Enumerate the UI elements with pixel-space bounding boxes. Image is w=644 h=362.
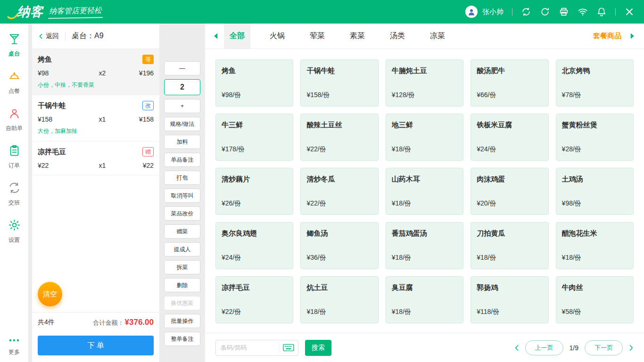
chevron-right-icon[interactable] — [629, 345, 634, 351]
menu-item-card[interactable]: 地三鲜 ¥18/份 — [386, 114, 463, 161]
menu-item-card[interactable]: 炕土豆 ¥18/份 — [300, 276, 378, 323]
menu-item-card[interactable]: 奥尔良鸡翅 ¥24/份 — [215, 222, 293, 269]
menu-item-card[interactable]: 牛肉丝 ¥58/份 — [556, 276, 634, 323]
tab-scroll-right-button[interactable] — [628, 31, 637, 41]
menu-item-card[interactable]: 肉沫鸡蛋 ¥20/份 — [471, 168, 548, 215]
keyboard-icon[interactable] — [279, 344, 294, 352]
action-button[interactable]: 加料 — [164, 135, 200, 149]
action-button[interactable]: 提成人 — [164, 242, 200, 256]
sidebar-item-order-food[interactable]: 点餐 — [0, 64, 28, 101]
menu-item-name: 酸汤肥牛 — [477, 66, 542, 75]
brand-slogan: 纳客管店更轻松 — [48, 5, 103, 18]
menu-item-card[interactable]: 醋泡花生米 ¥18/份 — [556, 222, 634, 269]
menu-item-card[interactable]: 郭扬鸡 ¥118/份 — [471, 276, 548, 323]
action-button[interactable]: 单品备注 — [164, 153, 200, 167]
quantity-display[interactable]: 2 — [164, 79, 200, 95]
menu-item-price: ¥158/份 — [306, 91, 372, 99]
menu-item-name: 干锅牛蛙 — [306, 66, 372, 75]
menu-item-card[interactable]: 烤鱼 ¥98/份 — [215, 59, 293, 107]
sidebar-item-label: 订单 — [8, 162, 20, 170]
prev-page-button[interactable]: 上一页 — [525, 340, 563, 355]
increase-qty-button[interactable]: + — [164, 99, 200, 113]
menu-item-name: 醋泡花生米 — [562, 229, 627, 238]
action-button[interactable]: 批量操作 — [164, 314, 200, 328]
menu-item-price: ¥22/份 — [306, 199, 372, 208]
category-tab[interactable]: 凉菜 — [424, 24, 451, 49]
clear-button[interactable]: 清空 — [38, 282, 62, 306]
action-button[interactable]: 拆菜 — [164, 260, 200, 274]
item-total: ¥196 — [124, 69, 154, 77]
action-button[interactable]: 菜品改价 — [164, 206, 200, 221]
menu-item-card[interactable]: 牛三鲜 ¥178/份 — [215, 114, 293, 161]
place-order-button[interactable]: 下单 — [38, 336, 154, 355]
sidebar-more-button[interactable]: 更多 — [8, 332, 20, 362]
menu-item-name: 牛肉丝 — [562, 283, 627, 292]
username: 张小帅 — [482, 8, 504, 16]
topbar-divider — [615, 8, 616, 16]
action-button[interactable]: 取消等叫 — [164, 189, 200, 203]
menu-item-card[interactable]: 干锅牛蛙 ¥158/份 — [300, 59, 378, 107]
action-button[interactable]: 规格/做法 — [164, 117, 200, 131]
search-button[interactable]: 搜索 — [305, 340, 331, 356]
menu-item-card[interactable]: 清炒冬瓜 ¥22/份 — [300, 168, 378, 215]
avatar[interactable] — [465, 6, 478, 18]
bell-icon[interactable] — [596, 7, 607, 17]
order-item[interactable]: 凉拌毛豆 赠 ¥22 x1 ¥22 — [32, 141, 159, 175]
category-bar: 全部火锅荤菜素菜汤类凉菜 套餐商品 — [205, 24, 644, 49]
menu-item-card[interactable]: 山药木耳 ¥18/份 — [386, 168, 463, 215]
sidebar-item-shift[interactable]: 交班 — [0, 175, 28, 213]
action-button[interactable]: 整单备注 — [164, 332, 200, 346]
menu-item-card[interactable]: 蟹黄粉丝煲 ¥28/份 — [556, 114, 634, 161]
items-count: 共4件 — [38, 318, 55, 327]
action-button[interactable]: 删除 — [164, 278, 200, 292]
menu-item-name: 番茄鸡蛋汤 — [392, 229, 457, 238]
menu-item-card[interactable]: 牛腩炖土豆 ¥128/份 — [386, 59, 463, 107]
menu-item-card[interactable]: 北京烤鸭 ¥78/份 — [556, 59, 634, 107]
combo-products-link[interactable]: 套餐商品 — [593, 32, 621, 41]
action-button[interactable]: 打包 — [164, 171, 200, 185]
action-button[interactable]: 赠菜 — [164, 224, 200, 239]
menu-item-price: ¥178/份 — [222, 145, 287, 154]
menu-item-card[interactable]: 番茄鸡蛋汤 ¥18/份 — [386, 222, 463, 269]
sidebar-item-orders[interactable]: 订单 — [0, 138, 28, 175]
order-panel: 返回 桌台：A9 烤鱼 等 ¥98 x2 ¥196 小份，中辣，不要香菜 — [32, 24, 159, 362]
menu-item-price: ¥118/份 — [477, 308, 542, 316]
menu-item-card[interactable]: 酸汤肥牛 ¥66/份 — [471, 59, 548, 107]
menu-item-name: 刀拍黄瓜 — [477, 229, 542, 238]
close-icon[interactable] — [624, 7, 635, 17]
wifi-icon[interactable] — [578, 7, 588, 17]
category-tab[interactable]: 荤菜 — [304, 24, 330, 49]
menu-item-card[interactable]: 铁板米豆腐 ¥24/份 — [471, 114, 548, 161]
brand: 纳客 纳客管店更轻松 — [7, 6, 103, 18]
sidebar-item-tables[interactable]: 桌台 — [0, 26, 28, 64]
menu-item-card[interactable]: 鲫鱼汤 ¥36/份 — [300, 222, 378, 269]
decrease-qty-button[interactable]: — — [164, 61, 200, 75]
sidebar-item-settings[interactable]: 设置 — [0, 213, 28, 250]
menu-item-card[interactable]: 臭豆腐 ¥18/份 — [386, 276, 463, 323]
menu-item-card[interactable]: 土鸡汤 ¥98/份 — [556, 168, 634, 215]
menu-item-price: ¥18/份 — [306, 308, 372, 316]
printer-icon[interactable] — [559, 7, 569, 17]
next-page-button[interactable]: 下一页 — [585, 340, 623, 355]
barcode-input[interactable] — [221, 344, 279, 351]
menu-grid: 烤鱼 ¥98/份 干锅牛蛙 ¥158/份 牛腩炖土豆 ¥128/份 酸汤肥牛 ¥… — [205, 49, 644, 333]
tab-scroll-left-button[interactable] — [211, 31, 220, 41]
sync-icon[interactable] — [521, 7, 531, 17]
category-tab[interactable]: 全部 — [224, 24, 250, 49]
menu-item-card[interactable]: 刀拍黄瓜 ¥18/份 — [471, 222, 548, 269]
chevron-left-icon[interactable] — [514, 345, 519, 351]
menu-item-card[interactable]: 清炒藕片 ¥26/份 — [215, 168, 293, 215]
order-item[interactable]: 烤鱼 等 ¥98 x2 ¥196 小份，中辣，不要香菜 — [32, 49, 159, 95]
menu-item-card[interactable]: 凉拌毛豆 ¥22/份 — [215, 276, 293, 323]
barcode-input-wrapper — [215, 340, 298, 356]
back-button[interactable]: 返回 — [38, 32, 59, 41]
refresh-icon[interactable] — [540, 7, 550, 17]
menu-item-card[interactable]: 酸辣土豆丝 ¥22/份 — [300, 114, 378, 161]
shift-exchange-icon — [8, 181, 21, 196]
sidebar-item-self-service[interactable]: 自助单 — [0, 101, 28, 138]
menu-item-price: ¥22/份 — [306, 145, 372, 154]
order-item[interactable]: 干锅牛蛙 改 ¥158 x1 ¥158 大份，加麻加辣 — [32, 95, 159, 141]
category-tab[interactable]: 汤类 — [384, 24, 411, 49]
category-tab[interactable]: 素菜 — [344, 24, 371, 49]
category-tab[interactable]: 火锅 — [264, 24, 290, 49]
